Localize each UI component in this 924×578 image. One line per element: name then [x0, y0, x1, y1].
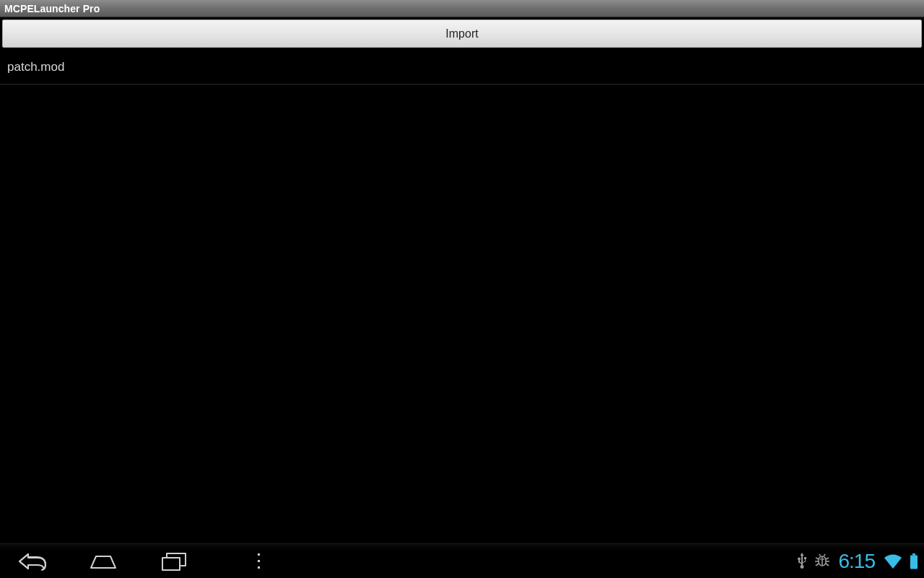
list-item[interactable]: patch.mod [0, 50, 924, 85]
nav-left-group [0, 545, 266, 577]
svg-line-10 [826, 564, 829, 566]
home-button[interactable] [87, 545, 120, 577]
import-button[interactable]: Import [2, 20, 922, 48]
import-button-wrap: Import [0, 17, 924, 50]
svg-line-11 [819, 554, 821, 556]
overflow-menu-icon [258, 553, 260, 569]
patch-list: patch.mod [0, 50, 924, 85]
svg-line-12 [824, 554, 825, 556]
status-area: 6:15 [797, 550, 925, 573]
svg-line-8 [826, 558, 829, 559]
home-icon [89, 552, 118, 571]
back-icon [18, 551, 47, 571]
menu-button[interactable] [251, 553, 266, 569]
svg-point-4 [823, 558, 824, 560]
svg-rect-0 [162, 558, 180, 570]
action-bar: MCPELauncher Pro [0, 0, 924, 17]
back-button[interactable] [16, 545, 49, 577]
debug-icon [814, 553, 830, 570]
status-clock: 6:15 [839, 550, 876, 573]
svg-point-3 [820, 558, 821, 560]
battery-icon [910, 553, 918, 569]
usb-icon [797, 553, 807, 570]
import-button-label: Import [445, 27, 478, 40]
screen: MCPELauncher Pro Import patch.mod [0, 0, 924, 578]
recent-apps-icon [161, 551, 187, 571]
wifi-icon [884, 553, 902, 569]
navigation-bar: 6:15 [0, 543, 924, 578]
svg-rect-13 [912, 553, 915, 556]
svg-rect-14 [910, 555, 918, 569]
svg-line-5 [816, 558, 819, 559]
svg-line-7 [816, 564, 819, 566]
recent-apps-button[interactable] [157, 545, 191, 577]
app-title: MCPELauncher Pro [4, 0, 100, 17]
list-item-label: patch.mod [7, 60, 64, 74]
